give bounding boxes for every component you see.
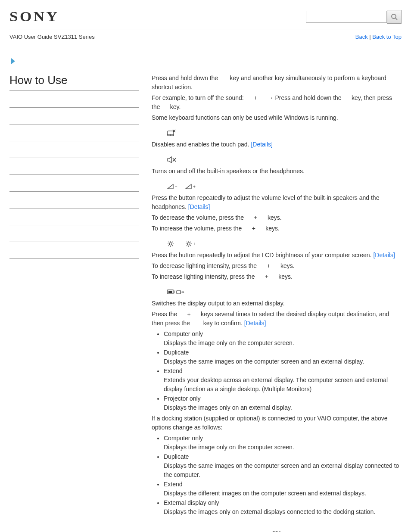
sidebar: How to Use <box>9 74 139 532</box>
volume-line-3: To increase the volume, press the + keys… <box>152 224 402 233</box>
svg-point-21 <box>187 243 190 245</box>
touchpad-text: Disables and enables the touch pad. [Det… <box>152 140 402 149</box>
dock-intro: If a docking station (supplied or option… <box>152 414 402 432</box>
sidebar-divider <box>9 107 139 108</box>
svg-line-17 <box>172 246 173 246</box>
intro-line-2: For example, to turn off the sound: + → … <box>152 93 402 112</box>
svg-line-26 <box>187 242 187 243</box>
sidebar-divider <box>9 208 139 208</box>
display-list-1: Computer onlyDisplays the image only on … <box>152 330 402 412</box>
svg-line-29 <box>187 246 187 246</box>
touchpad-block: Disables and enables the touch pad. [Det… <box>152 128 402 149</box>
sidebar-divider <box>9 90 139 91</box>
list-item: DuplicateDisplays the same images on the… <box>164 452 402 479</box>
svg-rect-34 <box>177 290 181 294</box>
svg-text:+: + <box>193 184 196 189</box>
svg-line-1 <box>395 18 397 20</box>
volume-line-1: Press the button repeatedly to adjust th… <box>152 193 402 212</box>
brightness-line-3: To increase lighting intensity, press th… <box>152 272 402 281</box>
brightness-up-icon: + <box>185 240 198 247</box>
separator: | <box>368 34 373 40</box>
volume-down-icon: − <box>167 184 180 190</box>
guide-title: VAIO User Guide SVZ1311 Series <box>9 34 95 40</box>
sidebar-divider <box>9 141 139 141</box>
sidebar-divider <box>9 174 139 175</box>
svg-text:+: + <box>193 242 196 246</box>
list-item: Computer onlyDisplays the image only on … <box>164 330 402 348</box>
chevron-right-icon <box>9 57 17 65</box>
svg-point-0 <box>392 14 396 19</box>
search-input[interactable] <box>306 11 387 23</box>
breadcrumb-arrow <box>9 57 402 65</box>
volume-up-icon: + <box>185 184 198 190</box>
list-item: Projector onlyDisplays the images only o… <box>164 394 402 412</box>
svg-rect-32 <box>168 291 172 293</box>
header-bar: SONY <box>9 9 402 29</box>
svg-text:/: / <box>174 290 175 294</box>
intro-block: Press and hold down the key and another … <box>152 74 402 122</box>
list-item: ExtendExtends your desktop across an ext… <box>164 367 402 394</box>
brightness-block: − + Press the bu <box>152 239 402 281</box>
details-link[interactable]: [Details] <box>188 203 210 210</box>
list-item: External display onlyDisplays the images… <box>164 498 402 516</box>
sidebar-title: How to Use <box>9 74 139 87</box>
sidebar-divider <box>9 242 139 242</box>
svg-line-19 <box>168 246 169 246</box>
main-content: Press and hold down the key and another … <box>139 74 402 532</box>
display-output-icon: / <box>167 289 184 295</box>
display-line-1: Switches the display output to an extern… <box>152 299 402 308</box>
search-icon <box>391 13 398 20</box>
sub-header: VAIO User Guide SVZ1311 Series Back | Ba… <box>9 34 402 40</box>
volume-block: − + Press the button repeatedly to adjus… <box>152 182 402 233</box>
list-item: Computer onlyDisplays the image only on … <box>164 434 402 452</box>
svg-line-27 <box>190 246 191 246</box>
speaker-mute-icon <box>167 156 177 163</box>
svg-text:−: − <box>175 242 177 246</box>
volume-line-2: To decrease the volume, press the + keys… <box>152 213 402 222</box>
sidebar-divider <box>9 191 139 192</box>
speaker-text: Turns on and off the built-in speakers o… <box>152 167 402 176</box>
details-link[interactable]: [Details] <box>373 252 395 258</box>
brightness-line-1: Press the button repeatedly to adjust th… <box>152 251 402 260</box>
brightness-down-icon: − <box>167 240 180 247</box>
nav-links: Back | Back to Top <box>355 34 402 40</box>
intro-line-1: Press and hold down the key and another … <box>152 74 402 92</box>
back-to-top-link[interactable]: Back to Top <box>372 34 402 40</box>
intro-line-3: Some keyboard functions can only be used… <box>152 113 402 122</box>
display-block: / Switches the display output to an exte… <box>152 287 402 516</box>
svg-line-28 <box>190 242 191 243</box>
display-line-2: Press the + keys several times to select… <box>152 310 402 328</box>
svg-line-18 <box>172 242 173 243</box>
speaker-block: Turns on and off the built-in speakers o… <box>152 155 402 176</box>
details-link[interactable]: [Details] <box>251 141 273 148</box>
svg-line-16 <box>168 242 169 243</box>
list-item: DuplicateDisplays the same images on the… <box>164 348 402 366</box>
display-list-2: Computer onlyDisplays the image only on … <box>152 434 402 516</box>
details-link[interactable]: [Details] <box>244 320 266 327</box>
brightness-line-2: To decrease lighting intensity, press th… <box>152 261 402 271</box>
touchpad-disable-icon <box>167 129 177 137</box>
svg-text:−: − <box>175 184 177 189</box>
sidebar-divider <box>9 124 139 124</box>
list-item: ExtendDisplays the different images on t… <box>164 480 402 498</box>
search-area <box>306 10 402 24</box>
sidebar-divider <box>9 258 139 259</box>
sony-logo: SONY <box>9 9 59 25</box>
page-number: 224 <box>152 529 402 532</box>
back-link[interactable]: Back <box>355 34 368 40</box>
sidebar-divider <box>9 225 139 225</box>
sidebar-divider <box>9 158 139 158</box>
search-button[interactable] <box>387 10 402 24</box>
svg-point-11 <box>169 243 172 245</box>
